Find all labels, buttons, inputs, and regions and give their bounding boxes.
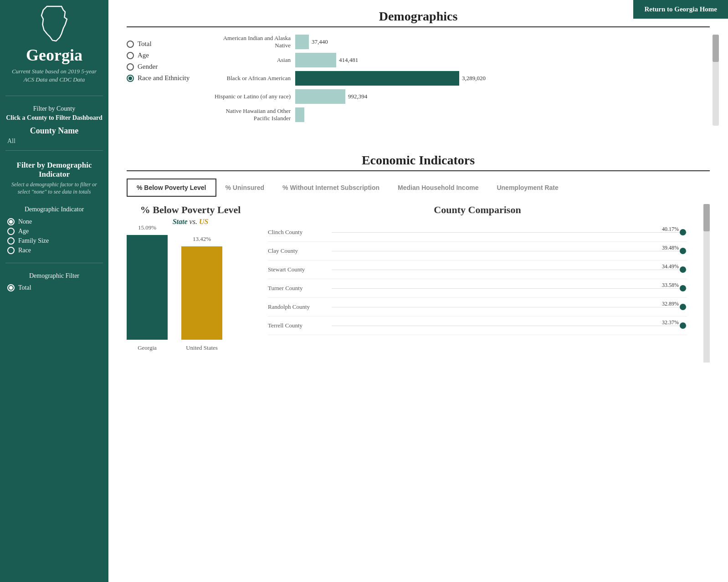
demo-radio-race-eth-circle[interactable] xyxy=(127,75,134,82)
demo-radio-total-circle[interactable] xyxy=(127,41,134,48)
county-comparison-panel: County Comparison Clinch County 40.17% C… xyxy=(268,204,687,335)
dot-county-clay: Clay County xyxy=(268,247,332,255)
radio-total-circle[interactable] xyxy=(7,284,15,291)
dot-turner xyxy=(680,285,686,291)
dot-county-randolph: Randolph County xyxy=(268,303,332,311)
demo-filter-desc: Select a demographic factor to filter or… xyxy=(6,181,102,196)
bar-label-nhopi: Native Hawaiian and Other Pacific Island… xyxy=(209,107,291,122)
dot-line-area-clinch: 40.17% xyxy=(332,227,687,238)
main-content: Return to Georgia Home Demographics Tota… xyxy=(108,0,728,582)
poverty-us-word: US xyxy=(199,218,208,225)
bar-label-hispanic: Hispanic or Latino (of any race) xyxy=(209,93,291,100)
tab-median-income[interactable]: Median Household Income xyxy=(389,179,487,197)
radio-family-size-circle[interactable] xyxy=(7,237,15,245)
tab-uninsured[interactable]: % Uninsured xyxy=(216,179,274,197)
dot-terrell xyxy=(680,322,686,329)
county-filter-label: Filter by County Click a County to Filte… xyxy=(6,104,103,122)
dot-row-randolph: Randolph County 32.89% xyxy=(268,298,687,317)
vbar-georgia-group: 15.09% Georgia xyxy=(127,224,168,352)
demo-filter-radio-group: Total xyxy=(0,282,108,294)
chart-scrollbar-thumb[interactable] xyxy=(713,35,719,62)
radio-age-circle[interactable] xyxy=(7,228,15,235)
bar-label-aian: American Indian and Alaska Native xyxy=(209,35,291,49)
tab-below-poverty[interactable]: % Below Poverty Level xyxy=(127,179,216,197)
vbar-us xyxy=(181,246,222,340)
econ-charts-row: % Below Poverty Level State vs. US 15.09… xyxy=(127,204,710,362)
poverty-state-word: State xyxy=(173,218,188,225)
radio-none-circle[interactable] xyxy=(7,218,15,225)
dot-clay xyxy=(680,248,686,254)
demo-radio-age-circle[interactable] xyxy=(127,52,134,59)
demo-radio-gender-circle[interactable] xyxy=(127,63,134,71)
dot-line-terrell xyxy=(332,326,687,326)
dot-randolph xyxy=(680,304,686,310)
dot-line-stewart xyxy=(332,270,687,270)
dot-chart: Clinch County 40.17% Clay County 39.48 xyxy=(268,223,687,335)
bar-row-black: Black or African American 3,289,020 xyxy=(209,71,710,86)
radio-race-circle[interactable] xyxy=(7,247,15,254)
demographics-content: Total Age Gender Race and Ethnicity xyxy=(127,35,710,144)
radio-age-label: Age xyxy=(18,228,29,235)
return-btn[interactable]: Return to Georgia Home xyxy=(633,0,728,19)
divider-1 xyxy=(5,96,103,96)
poverty-vertical-chart: 15.09% Georgia 13.42% United States xyxy=(127,235,254,362)
economic-divider xyxy=(127,170,710,171)
bar-row-hispanic: Hispanic or Latino (of any race) 992,394 xyxy=(209,89,710,104)
bar-container-aian: 37,440 xyxy=(295,35,328,49)
radio-race[interactable]: Race xyxy=(7,247,101,254)
tab-unemployment[interactable]: Unemployment Rate xyxy=(487,179,567,197)
county-comp-title: County Comparison xyxy=(268,204,687,216)
demo-indicator-radio-group: None Age Family Size Race xyxy=(0,216,108,256)
demo-chart-panel: American Indian and Alaska Native 37,440… xyxy=(209,35,710,144)
demo-indicator-label: Demographic Indicator xyxy=(25,205,84,214)
bar-value-black: 3,289,020 xyxy=(462,75,486,82)
dot-row-clinch: Clinch County 40.17% xyxy=(268,223,687,242)
dot-line-area-clay: 39.48% xyxy=(332,245,687,256)
dot-line-clinch xyxy=(332,232,687,233)
bar-row-nhopi: Native Hawaiian and Other Pacific Island… xyxy=(209,107,710,122)
dot-county-terrell: Terrell County xyxy=(268,322,332,329)
demo-radio-total-label: Total xyxy=(138,40,152,48)
dot-pct-turner: 33.58% xyxy=(662,282,679,289)
vbar-us-group: 13.42% United States xyxy=(181,235,222,352)
sidebar: Georgia Current State based on 2019 5-ye… xyxy=(0,0,108,582)
radio-total-label: Total xyxy=(18,284,31,291)
radio-total[interactable]: Total xyxy=(7,284,101,291)
demo-radio-age[interactable]: Age xyxy=(127,51,200,59)
vbar-georgia xyxy=(127,235,168,340)
demo-radio-race-ethnicity[interactable]: Race and Ethnicity xyxy=(127,74,200,82)
poverty-chart-title: % Below Poverty Level xyxy=(127,204,254,216)
bar-row-asian: Asian 414,481 xyxy=(209,53,710,67)
economic-section: Economic Indicators % Below Poverty Leve… xyxy=(108,148,728,367)
dot-line-randolph xyxy=(332,307,687,307)
bar-container-black: 3,289,020 xyxy=(295,71,486,86)
state-title: Georgia xyxy=(26,46,82,65)
bar-value-aian: 37,440 xyxy=(312,38,328,46)
bar-asian xyxy=(295,53,336,67)
demo-radio-age-label: Age xyxy=(138,51,149,59)
demo-radio-gender-label: Gender xyxy=(138,63,158,71)
tab-no-internet[interactable]: % Without Internet Subscription xyxy=(273,179,389,197)
click-instruction: Click a County to Filter Dashboard xyxy=(6,114,103,121)
county-comp-scrollbar-thumb[interactable] xyxy=(703,204,710,231)
radio-family-size[interactable]: Family Size xyxy=(7,237,101,245)
demographics-bar-chart: American Indian and Alaska Native 37,440… xyxy=(209,35,710,122)
dot-line-area-terrell: 32.37% xyxy=(332,320,687,331)
county-comp-scrollbar[interactable] xyxy=(703,204,710,362)
dot-pct-terrell: 32.37% xyxy=(662,319,679,326)
divider-3 xyxy=(5,263,103,263)
radio-none[interactable]: None xyxy=(7,218,101,225)
dot-pct-randolph: 32.89% xyxy=(662,301,679,307)
vbar-georgia-pct: 15.09% xyxy=(138,224,156,231)
demo-radio-gender[interactable]: Gender xyxy=(127,63,200,71)
dot-line-area-randolph: 32.89% xyxy=(332,301,687,312)
bar-value-hispanic: 992,394 xyxy=(348,93,367,100)
chart-scrollbar[interactable] xyxy=(713,35,719,126)
radio-age[interactable]: Age xyxy=(7,228,101,235)
dot-clinch xyxy=(680,229,686,235)
bar-label-asian: Asian xyxy=(209,56,291,64)
bar-row-aian: American Indian and Alaska Native 37,440 xyxy=(209,35,710,49)
demo-radio-total[interactable]: Total xyxy=(127,40,200,48)
dot-line-turner xyxy=(332,288,687,289)
vbar-us-name: United States xyxy=(186,344,218,352)
